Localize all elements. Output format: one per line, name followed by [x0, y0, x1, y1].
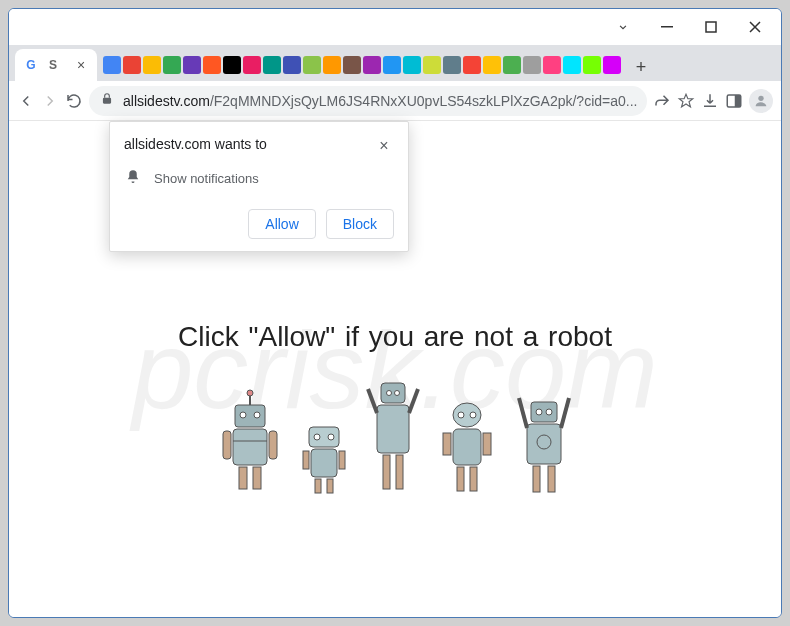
- svg-rect-41: [483, 433, 491, 455]
- favicon-icon: G: [23, 57, 39, 73]
- reload-button[interactable]: [65, 87, 83, 115]
- bookmark-star-icon[interactable]: [677, 86, 695, 116]
- svg-point-13: [247, 390, 253, 396]
- background-tab[interactable]: [243, 56, 261, 74]
- svg-rect-25: [339, 451, 345, 469]
- bell-icon: [124, 168, 142, 189]
- background-tab[interactable]: [603, 56, 621, 74]
- background-tab[interactable]: [503, 56, 521, 74]
- svg-rect-47: [527, 424, 561, 464]
- active-tab[interactable]: G S ×: [15, 49, 97, 81]
- svg-rect-18: [239, 467, 247, 489]
- svg-rect-27: [327, 479, 333, 493]
- svg-rect-0: [661, 26, 673, 28]
- tab-close-icon[interactable]: ×: [73, 57, 89, 73]
- block-button[interactable]: Block: [326, 209, 394, 239]
- background-tab[interactable]: [463, 56, 481, 74]
- tab-strip: G S × +: [9, 45, 781, 81]
- svg-rect-39: [453, 429, 481, 465]
- svg-rect-14: [233, 429, 267, 465]
- robot-icon: [299, 417, 349, 497]
- svg-rect-26: [315, 479, 321, 493]
- background-tab[interactable]: [543, 56, 561, 74]
- download-icon[interactable]: [701, 86, 719, 116]
- background-tab[interactable]: [163, 56, 181, 74]
- svg-rect-4: [735, 95, 741, 107]
- background-tab[interactable]: [443, 56, 461, 74]
- svg-point-29: [386, 391, 391, 396]
- robot-icon: [437, 397, 497, 497]
- background-tab[interactable]: [303, 56, 321, 74]
- allow-button[interactable]: Allow: [248, 209, 315, 239]
- menu-icon[interactable]: [779, 86, 782, 116]
- svg-rect-9: [235, 405, 265, 427]
- svg-rect-17: [269, 431, 277, 459]
- background-tab[interactable]: [323, 56, 341, 74]
- robot-icon: [215, 387, 285, 497]
- background-tab[interactable]: [563, 56, 581, 74]
- svg-rect-1: [706, 22, 716, 32]
- address-row: allsidestv.com/F2qMMNDXjsQyLM6JS4RNxXU0p…: [9, 81, 781, 121]
- svg-rect-16: [223, 431, 231, 459]
- background-tab[interactable]: [423, 56, 441, 74]
- svg-rect-44: [531, 402, 557, 422]
- background-tab[interactable]: [263, 56, 281, 74]
- svg-point-22: [328, 434, 334, 440]
- svg-rect-42: [457, 467, 464, 491]
- background-tab[interactable]: [343, 56, 361, 74]
- favicon2-icon: S: [45, 57, 61, 73]
- svg-rect-23: [311, 449, 337, 477]
- robots-illustration: [215, 377, 576, 497]
- svg-point-37: [458, 412, 464, 418]
- svg-point-46: [546, 409, 552, 415]
- avatar-icon[interactable]: [749, 86, 773, 116]
- robot-icon: [363, 377, 423, 497]
- svg-rect-40: [443, 433, 451, 455]
- new-tab-button[interactable]: +: [627, 53, 655, 81]
- robot-icon: [511, 392, 576, 497]
- background-tab[interactable]: [483, 56, 501, 74]
- url-text: allsidestv.com/F2qMMNDXjsQyLM6JS4RNxXU0p…: [123, 93, 637, 109]
- chevron-down-icon[interactable]: [601, 12, 645, 42]
- background-tab[interactable]: [523, 56, 541, 74]
- background-tab[interactable]: [283, 56, 301, 74]
- page-content: pcrisk.com Click "Allow" if you are not …: [9, 121, 781, 617]
- svg-rect-31: [377, 405, 409, 453]
- browser-window: G S × +: [8, 8, 782, 618]
- address-bar[interactable]: allsidestv.com/F2qMMNDXjsQyLM6JS4RNxXU0p…: [89, 86, 647, 116]
- svg-point-38: [470, 412, 476, 418]
- background-tab[interactable]: [203, 56, 221, 74]
- background-tab[interactable]: [143, 56, 161, 74]
- forward-button: [41, 87, 59, 115]
- minimize-icon[interactable]: [645, 12, 689, 42]
- share-icon[interactable]: [653, 86, 671, 116]
- background-tab[interactable]: [223, 56, 241, 74]
- background-tab[interactable]: [583, 56, 601, 74]
- svg-rect-2: [103, 98, 111, 104]
- background-tab[interactable]: [103, 56, 121, 74]
- url-path: /F2qMMNDXjsQyLM6JS4RNxXU0pvLS54szkLPlXzG…: [210, 93, 638, 109]
- close-icon[interactable]: [733, 12, 777, 42]
- background-tab[interactable]: [403, 56, 421, 74]
- back-button[interactable]: [17, 87, 35, 115]
- window-titlebar: [9, 9, 781, 45]
- svg-line-32: [368, 389, 377, 413]
- svg-rect-52: [548, 466, 555, 492]
- svg-rect-43: [470, 467, 477, 491]
- permission-close-icon[interactable]: ×: [374, 136, 394, 156]
- svg-point-10: [240, 412, 246, 418]
- background-tab[interactable]: [123, 56, 141, 74]
- background-tab[interactable]: [363, 56, 381, 74]
- svg-rect-34: [383, 455, 390, 489]
- url-domain: allsidestv.com: [123, 93, 210, 109]
- svg-point-11: [254, 412, 260, 418]
- svg-rect-19: [253, 467, 261, 489]
- background-tab[interactable]: [383, 56, 401, 74]
- svg-rect-51: [533, 466, 540, 492]
- maximize-icon[interactable]: [689, 12, 733, 42]
- permission-line: Show notifications: [154, 171, 259, 186]
- svg-line-50: [561, 398, 569, 428]
- svg-point-45: [536, 409, 542, 415]
- side-panel-icon[interactable]: [725, 86, 743, 116]
- background-tab[interactable]: [183, 56, 201, 74]
